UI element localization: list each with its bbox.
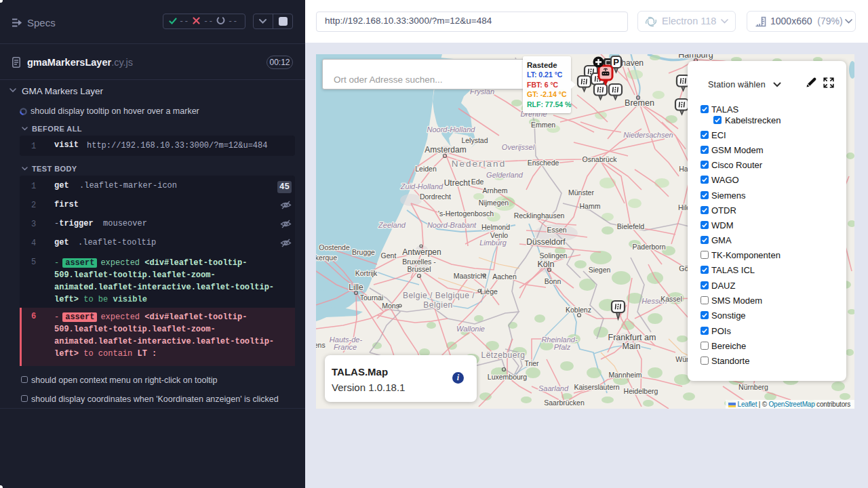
svg-text:Saarbrücken: Saarbrücken [544,399,585,407]
svg-text:Zuid-Holland: Zuid-Holland [400,182,443,190]
svg-text:Luxembourg: Luxembourg [488,373,528,381]
svg-text:Siegen: Siegen [589,266,611,274]
svg-text:Münster: Münster [568,188,594,197]
svg-text:'s-Hertogenbosch: 's-Hertogenbosch [438,209,494,218]
svg-text:France: France [334,343,357,351]
svg-text:Recklinghausen: Recklinghausen [514,211,565,220]
svg-text:Essen: Essen [547,226,566,234]
svg-text:Wallonie: Wallonie [456,325,485,333]
svg-text:Overijssel: Overijssel [502,143,535,151]
svg-text:Mons: Mons [382,302,399,310]
svg-text:iens: iens [316,341,326,349]
svg-text:Nederland: Nederland [452,159,506,169]
svg-text:Bonn: Bonn [545,277,561,285]
svg-text:Koblenz: Koblenz [566,306,591,314]
svg-text:Heidelberg: Heidelberg [624,387,658,395]
svg-text:Lëtzebuerg: Lëtzebuerg [481,350,525,360]
svg-text:Emmen: Emmen [531,121,555,129]
svg-text:Gent: Gent [381,251,397,260]
svg-text:P: P [613,57,619,67]
svg-text:Brussel: Brussel [407,265,431,273]
svg-text:Mannheim: Mannheim [608,371,642,379]
svg-text:Enschede: Enschede [528,159,559,167]
svg-text:Niedersachsen: Niedersachsen [623,131,673,139]
svg-text:Antwerpen: Antwerpen [402,247,441,257]
svg-text:Trier: Trier [524,359,539,367]
svg-text:Tournai: Tournai [360,293,383,302]
svg-text:Frankfurt am: Frankfurt am [608,333,656,342]
svg-text:Saarland: Saarland [538,384,569,392]
svg-text:Limburg: Limburg [479,239,507,247]
svg-text:Paderborn: Paderborn [632,243,665,251]
svg-text:Kortrijk: Kortrijk [355,269,378,277]
svg-text:Belgien: Belgien [423,300,453,310]
svg-text:Arnhem: Arnhem [483,186,508,195]
svg-text:Gelderland: Gelderland [486,171,524,179]
svg-text:Bielefeld: Bielefeld [617,222,644,230]
svg-text:Leiden: Leiden [415,165,437,173]
svg-text:Liège: Liège [480,287,498,296]
svg-text:Nürnberg: Nürnberg [738,383,768,391]
svg-text:Solingen: Solingen [540,251,568,260]
svg-text:Amsterdam: Amsterdam [425,145,466,155]
svg-text:Venlo: Venlo [490,231,508,239]
svg-text:Lelystad: Lelystad [461,136,488,144]
svg-text:Köln: Köln [537,260,554,269]
svg-text:Ede: Ede [471,178,484,186]
svg-text:Dordrecht: Dordrecht [420,192,451,201]
svg-text:Zeeland: Zeeland [378,221,406,229]
svg-text:Bremen: Bremen [625,98,654,108]
svg-text:Hamm: Hamm [580,202,601,210]
svg-text:Lille: Lille [349,283,363,292]
svg-text:Osnabrück: Osnabrück [583,155,618,163]
svg-text:Düsseldorf: Düsseldorf [526,237,566,247]
svg-text:Oostende: Oostende [319,243,350,251]
svg-text:Belgie / Belgique /: Belgie / Belgique / [403,291,475,300]
svg-text:Main: Main [622,342,640,351]
svg-text:Noord-Brabant: Noord-Brabant [427,221,477,229]
svg-text:Utrecht: Utrecht [444,178,471,188]
svg-text:Nijmegen: Nijmegen [479,199,509,207]
svg-text:Noord-Holland: Noord-Holland [427,125,476,134]
svg-text:Kassel: Kassel [660,295,682,303]
svg-text:nkerque: nkerque [316,253,337,262]
svg-text:Kaiserslautern: Kaiserslautern [574,383,619,391]
svg-text:Helmond: Helmond [481,223,510,231]
svg-text:Brugge: Brugge [352,248,375,256]
svg-text:Maastricht: Maastricht [454,272,487,280]
svg-text:Pfalz: Pfalz [554,343,571,351]
svg-text:Aachen: Aachen [492,272,517,281]
